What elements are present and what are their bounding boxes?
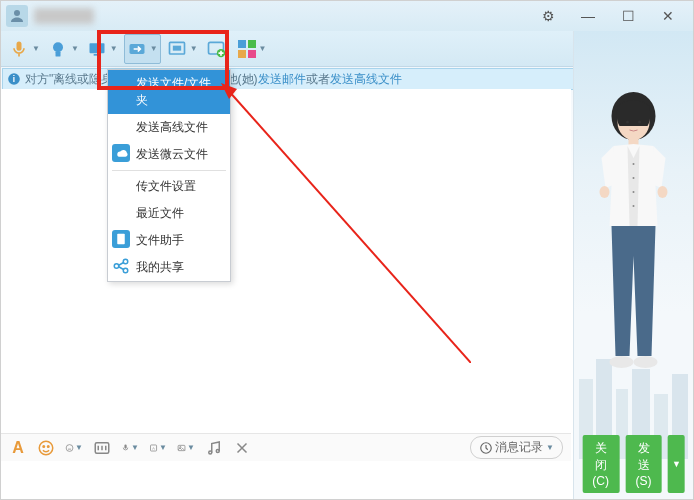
info-icon: i: [7, 72, 21, 86]
info-or: 或者: [306, 71, 330, 88]
menu-my-shares[interactable]: 我的共享: [108, 254, 230, 281]
more-tools-button[interactable]: [233, 439, 251, 457]
send-options-button[interactable]: ▼: [668, 435, 685, 493]
editor-toolbar: A ▼ ▼ ▼ ▼ 消息记录 ▼: [1, 433, 571, 461]
send-file-button[interactable]: ▼: [124, 34, 161, 64]
svg-rect-8: [173, 45, 181, 50]
svg-point-16: [114, 264, 119, 269]
svg-point-51: [633, 356, 657, 368]
svg-rect-15: [117, 234, 125, 245]
send-offline-file-link[interactable]: 发送高线文件: [330, 71, 402, 88]
svg-point-47: [632, 205, 634, 207]
share-icon: [112, 257, 130, 275]
message-history-label: 消息记录: [495, 439, 543, 456]
dropdown-caret-icon: ▼: [150, 44, 158, 53]
svg-point-50: [609, 356, 633, 368]
menu-send-offline-file[interactable]: 发送高线文件: [108, 114, 230, 141]
image-button[interactable]: ▼: [177, 439, 195, 457]
maximize-button[interactable]: ☐: [608, 2, 648, 30]
close-button-label: 关闭(C): [592, 440, 609, 488]
svg-text:i: i: [13, 75, 15, 84]
minimize-button[interactable]: —: [568, 2, 608, 30]
svg-point-2: [53, 42, 63, 52]
dropdown-caret-icon: ▼: [110, 44, 118, 53]
title-bar: ⚙ — ☐ ✕: [1, 1, 693, 31]
svg-point-44: [632, 163, 634, 165]
app-launcher-button[interactable]: ▼: [236, 36, 269, 62]
remote-desktop-button[interactable]: ▼: [165, 35, 200, 63]
weiyun-icon: [112, 144, 130, 162]
sticker-button[interactable]: ▼: [65, 439, 83, 457]
svg-point-31: [216, 449, 219, 452]
action-buttons: 关闭(C) 发送(S) ▼: [582, 435, 685, 493]
side-panel: 关闭(C) 发送(S) ▼: [573, 31, 693, 499]
menu-send-file-folder[interactable]: 发送文件/文件夹: [108, 70, 230, 114]
svg-point-41: [626, 121, 629, 124]
menu-item-label: 最近文件: [136, 206, 184, 220]
svg-rect-5: [94, 54, 101, 56]
svg-rect-26: [124, 444, 126, 448]
menu-item-label: 我的共享: [136, 260, 184, 274]
emoji-button[interactable]: [37, 439, 55, 457]
gif-button[interactable]: [93, 439, 111, 457]
svg-rect-4: [89, 43, 104, 53]
send-file-dropdown: 发送文件/文件夹 发送高线文件 发送微云文件 传文件设置 最近文件 文件助手 我…: [107, 69, 231, 282]
svg-point-49: [657, 186, 667, 198]
menu-item-label: 发送高线文件: [136, 120, 208, 134]
send-button[interactable]: 发送(S): [625, 435, 662, 493]
window-controls: ⚙ — ☐ ✕: [528, 2, 688, 30]
voice-message-button[interactable]: ▼: [121, 439, 139, 457]
contact-avatar-large[interactable]: [591, 86, 676, 390]
close-window-button[interactable]: ✕: [648, 2, 688, 30]
contact-avatar-small[interactable]: [6, 5, 28, 27]
message-input-area[interactable]: [1, 461, 571, 499]
file-assistant-icon: [112, 230, 130, 248]
menu-recent-files[interactable]: 最近文件: [108, 200, 230, 227]
send-email-link[interactable]: 发送邮件: [258, 71, 306, 88]
video-chat-button[interactable]: ▼: [46, 35, 81, 63]
dropdown-caret-icon: ▼: [672, 459, 681, 469]
dropdown-caret-icon: ▼: [546, 443, 554, 452]
contact-name-blurred: [34, 8, 94, 24]
menu-file-assistant[interactable]: 文件助手: [108, 227, 230, 254]
message-history-button[interactable]: 消息记录 ▼: [470, 436, 563, 459]
menu-separator: [112, 170, 226, 171]
menu-item-label: 发送微云文件: [136, 147, 208, 161]
send-button-label: 发送(S): [635, 440, 652, 488]
dropdown-caret-icon: ▼: [259, 44, 267, 53]
svg-point-23: [48, 445, 50, 447]
dropdown-caret-icon: ▼: [32, 44, 40, 53]
menu-item-label: 发送文件/文件夹: [136, 76, 211, 107]
svg-point-0: [14, 10, 20, 16]
screen-share-button[interactable]: ▼: [85, 35, 120, 63]
menu-item-label: 传文件设置: [136, 179, 196, 193]
create-group-button[interactable]: [204, 35, 228, 63]
menu-send-weiyun-file[interactable]: 发送微云文件: [108, 141, 230, 168]
svg-point-22: [43, 445, 45, 447]
svg-rect-3: [55, 51, 60, 56]
dropdown-caret-icon: ▼: [71, 44, 79, 53]
settings-icon[interactable]: ⚙: [528, 2, 568, 30]
voice-chat-button[interactable]: ▼: [7, 35, 42, 63]
menu-transfer-settings[interactable]: 传文件设置: [108, 173, 230, 200]
svg-rect-1: [17, 41, 22, 50]
menu-item-label: 文件助手: [136, 233, 184, 247]
svg-point-45: [632, 177, 634, 179]
chat-message-area: [1, 89, 571, 441]
svg-point-48: [599, 186, 609, 198]
dropdown-caret-icon: ▼: [190, 44, 198, 53]
svg-point-46: [632, 191, 634, 193]
close-chat-button[interactable]: 关闭(C): [582, 435, 619, 493]
svg-point-24: [66, 444, 73, 451]
svg-point-21: [39, 441, 53, 455]
music-button[interactable]: [205, 439, 223, 457]
svg-point-42: [638, 121, 641, 124]
svg-point-30: [209, 451, 212, 454]
screenshot-button[interactable]: ▼: [149, 439, 167, 457]
font-button[interactable]: A: [9, 439, 27, 457]
